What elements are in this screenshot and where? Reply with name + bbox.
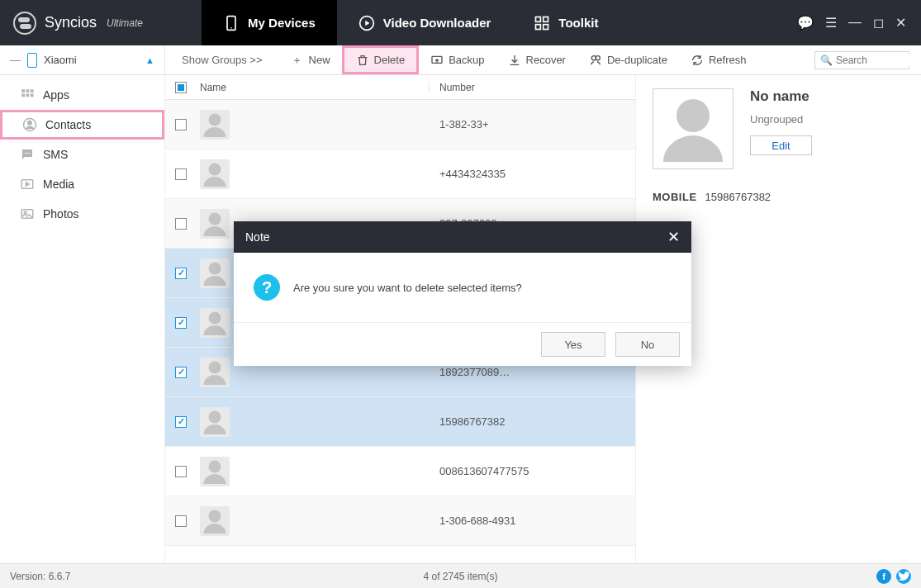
- contact-number: 008613607477575: [430, 465, 635, 477]
- version-label: Version: 6.6.7: [10, 571, 70, 582]
- svg-point-32: [209, 510, 221, 522]
- toolbar-buttons: ＋ New Delete Backup Recover De-duplicate…: [279, 45, 758, 74]
- btn-label: New: [309, 54, 330, 66]
- close-icon[interactable]: ✕: [895, 15, 906, 31]
- item-count: 4 of 2745 item(s): [423, 571, 497, 582]
- sidebar-item-contacts[interactable]: Contacts: [0, 110, 164, 140]
- sidebar-item-apps[interactable]: Apps: [0, 80, 164, 110]
- avatar-icon: [200, 110, 230, 140]
- media-icon: [20, 177, 35, 192]
- row-checkbox[interactable]: [175, 515, 187, 527]
- play-circle-icon: [358, 15, 375, 31]
- delete-button[interactable]: Delete: [342, 45, 420, 74]
- eject-icon[interactable]: ▲: [145, 55, 154, 65]
- svg-rect-5: [536, 24, 541, 29]
- search-box[interactable]: 🔍: [814, 51, 909, 69]
- contact-row[interactable]: 15986767382: [165, 397, 635, 447]
- row-checkbox[interactable]: [175, 367, 187, 378]
- minimize-icon[interactable]: —: [848, 15, 862, 31]
- column-name[interactable]: Name: [197, 82, 430, 93]
- tab-my-devices[interactable]: My Devices: [202, 0, 337, 45]
- maximize-icon[interactable]: ◻: [873, 15, 884, 31]
- contact-row[interactable]: 1-382-33+: [165, 100, 635, 149]
- backup-button[interactable]: Backup: [419, 45, 496, 74]
- btn-label: Recover: [526, 54, 566, 66]
- sidebar-item-sms[interactable]: SMS: [0, 140, 164, 169]
- svg-point-17: [28, 121, 32, 126]
- menu-icon[interactable]: ☰: [825, 15, 837, 31]
- device-icon: [27, 53, 37, 68]
- app-edition: Ultimate: [107, 17, 143, 29]
- sidebar-label: Photos: [43, 207, 79, 220]
- row-checkbox[interactable]: [175, 416, 187, 428]
- contact-group: Ungrouped: [750, 113, 812, 126]
- btn-label: Delete: [374, 54, 406, 66]
- apps-icon: [20, 88, 35, 102]
- svg-point-20: [29, 153, 31, 154]
- column-header: Name Number: [165, 75, 635, 100]
- column-number[interactable]: Number: [430, 82, 635, 93]
- avatar-icon: [200, 308, 230, 338]
- question-icon: ?: [254, 274, 280, 301]
- title-bar: Syncios Ultimate My Devices Video Downlo…: [0, 0, 921, 45]
- sidebar-item-media[interactable]: Media: [0, 169, 164, 199]
- search-input[interactable]: [836, 55, 921, 66]
- dialog-close-icon[interactable]: ✕: [667, 228, 680, 246]
- recover-button[interactable]: Recover: [496, 45, 577, 74]
- dialog-title: Note: [245, 230, 270, 244]
- facebook-icon[interactable]: f: [876, 569, 891, 584]
- contact-number: 1-306-688-4931: [430, 514, 635, 527]
- select-all-checkbox[interactable]: [175, 82, 187, 93]
- no-button[interactable]: No: [615, 332, 680, 357]
- backup-icon: [430, 54, 444, 67]
- svg-rect-15: [31, 94, 34, 97]
- contact-row[interactable]: 1-306-688-4931: [165, 496, 635, 546]
- svg-point-26: [209, 212, 221, 225]
- row-checkbox[interactable]: [175, 168, 187, 180]
- sidebar: Apps Contacts SMS Media Photos: [0, 75, 165, 563]
- btn-label: De-duplicate: [607, 54, 667, 66]
- row-checkbox[interactable]: [175, 119, 187, 130]
- yes-button[interactable]: Yes: [541, 332, 605, 357]
- window-controls: 💬 ☰ — ◻ ✕: [797, 15, 921, 31]
- show-groups-button[interactable]: Show Groups >>: [165, 54, 279, 66]
- edit-button[interactable]: Edit: [750, 135, 812, 155]
- contact-row[interactable]: 008613607477575: [165, 447, 635, 496]
- status-bar: Version: 6.6.7 4 of 2745 item(s) f: [0, 563, 921, 588]
- tab-toolkit[interactable]: Toolkit: [512, 0, 620, 45]
- row-checkbox[interactable]: [175, 268, 187, 279]
- svg-rect-6: [544, 24, 548, 29]
- sidebar-item-photos[interactable]: Photos: [0, 199, 164, 229]
- svg-rect-13: [21, 94, 25, 97]
- dedupe-icon: [589, 54, 602, 67]
- search-icon: 🔍: [820, 55, 833, 66]
- main-tabs: My Devices Video Downloader Toolkit: [202, 0, 620, 45]
- device-name: Xiaomi: [44, 54, 77, 66]
- new-button[interactable]: ＋ New: [279, 45, 342, 74]
- chat-icon[interactable]: 💬: [797, 15, 814, 31]
- deduplicate-button[interactable]: De-duplicate: [577, 45, 679, 74]
- plus-icon: ＋: [291, 54, 304, 67]
- btn-label: Refresh: [709, 54, 747, 66]
- trash-icon: [356, 54, 369, 67]
- tab-video-downloader[interactable]: Video Downloader: [337, 0, 513, 45]
- twitter-icon[interactable]: [896, 569, 911, 584]
- row-checkbox[interactable]: [175, 466, 187, 477]
- svg-point-1: [230, 27, 232, 29]
- contact-number: 1-382-33+: [430, 118, 635, 130]
- device-selector[interactable]: — Xiaomi ▲: [0, 45, 165, 74]
- row-checkbox[interactable]: [175, 317, 187, 329]
- btn-label: Backup: [449, 54, 484, 66]
- contact-row[interactable]: +4434324335: [165, 149, 635, 199]
- refresh-icon: [691, 54, 704, 67]
- app-name: Syncios: [45, 14, 97, 31]
- sidebar-label: SMS: [43, 148, 68, 161]
- svg-rect-3: [536, 17, 541, 21]
- svg-point-31: [209, 460, 221, 472]
- contacts-icon: [22, 117, 37, 132]
- refresh-button[interactable]: Refresh: [679, 45, 758, 74]
- avatar: [653, 88, 733, 169]
- row-checkbox[interactable]: [175, 218, 187, 230]
- svg-point-27: [209, 262, 221, 274]
- avatar-icon: [200, 407, 230, 437]
